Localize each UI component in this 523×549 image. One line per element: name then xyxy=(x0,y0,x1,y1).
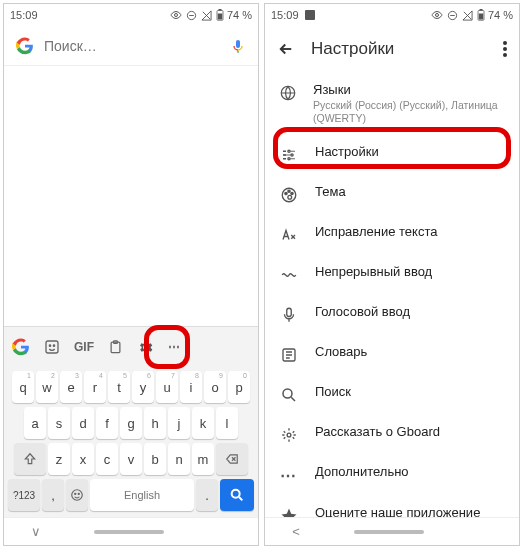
key-n[interactable]: n xyxy=(168,443,190,475)
svg-point-21 xyxy=(503,47,507,51)
svg-point-11 xyxy=(75,493,76,494)
keyboard-toolbar: GIF ⋯ xyxy=(4,327,258,367)
key-g[interactable]: g xyxy=(120,407,142,439)
nav-back-icon[interactable]: < xyxy=(292,524,300,539)
back-icon[interactable] xyxy=(277,40,295,58)
item-icon xyxy=(279,264,299,284)
settings-item-10[interactable]: Оцените наше приложение xyxy=(265,495,519,517)
key-w[interactable]: w2 xyxy=(36,371,58,403)
key-x[interactable]: x xyxy=(72,443,94,475)
search-input[interactable] xyxy=(44,38,220,54)
settings-item-4[interactable]: Непрерывный ввод xyxy=(265,254,519,294)
emoji-key[interactable] xyxy=(66,479,88,511)
key-k[interactable]: k xyxy=(192,407,214,439)
settings-item-2[interactable]: Тема xyxy=(265,174,519,214)
item-title: Оцените наше приложение xyxy=(315,505,480,517)
comma-key[interactable]: , xyxy=(42,479,64,511)
item-title: Рассказать о Gboard xyxy=(315,424,440,439)
search-key[interactable] xyxy=(220,479,254,511)
nav-pill[interactable] xyxy=(354,530,424,534)
key-e[interactable]: e3 xyxy=(60,371,82,403)
key-q[interactable]: q1 xyxy=(12,371,34,403)
svg-point-25 xyxy=(291,154,293,156)
key-r[interactable]: r4 xyxy=(84,371,106,403)
key-o[interactable]: o9 xyxy=(204,371,226,403)
nav-bar: ∨ xyxy=(4,517,258,545)
phone-left: 15:09 74 % GIF ⋯ q1w2e3r4t5y6u7i8o9p0 as… xyxy=(3,3,259,546)
item-title: Настройки xyxy=(315,144,379,159)
overflow-icon[interactable] xyxy=(503,41,507,57)
key-m[interactable]: m xyxy=(192,443,214,475)
mic-icon[interactable] xyxy=(230,36,246,56)
key-y[interactable]: y6 xyxy=(132,371,154,403)
svg-point-13 xyxy=(232,490,240,498)
settings-item-8[interactable]: Рассказать о Gboard xyxy=(265,414,519,454)
space-key[interactable]: English xyxy=(90,479,194,511)
item-title: Голосовой ввод xyxy=(315,304,410,319)
item-icon xyxy=(279,184,299,204)
more-icon[interactable]: ⋯ xyxy=(168,340,182,354)
settings-item-1[interactable]: Настройки xyxy=(265,134,519,174)
key-v[interactable]: v xyxy=(120,443,142,475)
empty-body xyxy=(4,66,258,326)
item-icon xyxy=(279,82,297,102)
symbols-key[interactable]: ?123 xyxy=(8,479,40,511)
shift-key[interactable] xyxy=(14,443,46,475)
key-d[interactable]: d xyxy=(72,407,94,439)
google-logo-small-icon[interactable] xyxy=(12,338,30,356)
svg-point-0 xyxy=(174,14,177,17)
key-f[interactable]: f xyxy=(96,407,118,439)
gif-button[interactable]: GIF xyxy=(74,340,94,354)
settings-item-3[interactable]: Исправление текста xyxy=(265,214,519,254)
kb-row-2: asdfghjkl xyxy=(6,407,256,439)
key-u[interactable]: u7 xyxy=(156,371,178,403)
key-z[interactable]: z xyxy=(48,443,70,475)
settings-list: ЯзыкиРусский (Россия) (Русский), Латиниц… xyxy=(265,72,519,517)
svg-point-6 xyxy=(49,345,50,346)
item-title: Дополнительно xyxy=(315,464,409,479)
svg-point-10 xyxy=(72,490,83,501)
svg-rect-19 xyxy=(479,14,484,20)
item-title: Непрерывный ввод xyxy=(315,264,432,279)
key-a[interactable]: a xyxy=(24,407,46,439)
eye-icon xyxy=(170,9,182,21)
eye-icon xyxy=(431,9,443,21)
sticker-icon[interactable] xyxy=(44,339,60,355)
google-logo-icon xyxy=(16,37,34,55)
svg-rect-4 xyxy=(218,14,223,20)
nav-back-icon[interactable]: ∨ xyxy=(31,524,41,539)
svg-point-35 xyxy=(287,433,291,437)
key-c[interactable]: c xyxy=(96,443,118,475)
status-bar: 15:09 74 % xyxy=(265,4,519,26)
gear-icon[interactable] xyxy=(137,339,154,356)
search-bar[interactable] xyxy=(4,26,258,66)
key-p[interactable]: p0 xyxy=(228,371,250,403)
battery-icon xyxy=(216,9,224,21)
settings-item-0[interactable]: ЯзыкиРусский (Россия) (Русский), Латиниц… xyxy=(265,72,519,134)
settings-item-7[interactable]: Поиск xyxy=(265,374,519,414)
nav-pill[interactable] xyxy=(94,530,164,534)
backspace-key[interactable] xyxy=(216,443,248,475)
clipboard-icon[interactable] xyxy=(108,339,123,355)
settings-item-9[interactable]: ⋯Дополнительно xyxy=(265,454,519,495)
settings-item-6[interactable]: Словарь xyxy=(265,334,519,374)
svg-point-12 xyxy=(78,493,79,494)
item-icon xyxy=(279,344,299,364)
item-icon xyxy=(279,384,299,404)
key-h[interactable]: h xyxy=(144,407,166,439)
svg-point-20 xyxy=(503,41,507,45)
key-b[interactable]: b xyxy=(144,443,166,475)
nav-bar: < xyxy=(265,517,519,545)
key-t[interactable]: t5 xyxy=(108,371,130,403)
clock: 15:09 xyxy=(10,9,38,21)
period-key[interactable]: . xyxy=(196,479,218,511)
key-l[interactable]: l xyxy=(216,407,238,439)
key-i[interactable]: i8 xyxy=(180,371,202,403)
key-j[interactable]: j xyxy=(168,407,190,439)
item-icon: ⋯ xyxy=(279,464,299,485)
svg-rect-5 xyxy=(46,341,58,353)
key-s[interactable]: s xyxy=(48,407,70,439)
no-signal-icon xyxy=(201,10,212,21)
battery-pct: 74 % xyxy=(227,9,252,21)
settings-item-5[interactable]: Голосовой ввод xyxy=(265,294,519,334)
